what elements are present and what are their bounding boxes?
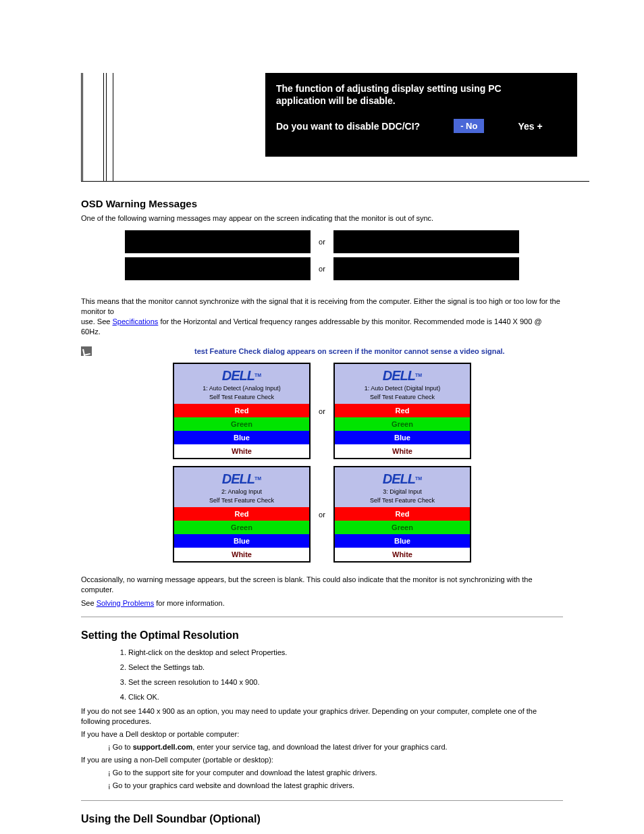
- or-separator: or: [316, 265, 328, 273]
- selftest-card: DELLTM 3: Digital Input Self Test Featur…: [333, 466, 471, 563]
- ddc-prompt-text: Do you want to disable DDC/CI?: [276, 121, 420, 132]
- sync-paragraph: This means that the monitor cannot synch…: [81, 296, 563, 317]
- selftest-grid: DELLTM 1: Auto Detect (Analog Input) Sel…: [0, 363, 644, 563]
- osd-warning-intro: One of the following warning messages ma…: [81, 213, 563, 224]
- band-red: Red: [335, 404, 470, 417]
- selftest-card-header: DELLTM 2: Analog Input Self Test Feature…: [174, 467, 309, 507]
- band-green: Green: [174, 417, 309, 431]
- non-dell-step2: ¡ Go to your graphics card website and d…: [108, 781, 563, 791]
- specifications-link[interactable]: Specifications: [112, 317, 158, 325]
- or-separator: or: [316, 238, 328, 246]
- selftest-sub2: Self Test Feature Check: [177, 497, 306, 504]
- warning-box: [333, 257, 519, 280]
- para3-suffix: , enter your service tag, and download t…: [192, 743, 447, 751]
- ddc-no-button[interactable]: - No: [454, 119, 484, 133]
- band-red: Red: [174, 507, 309, 521]
- see-prefix: See: [81, 599, 97, 607]
- resolution-steps: Right-click on the desktop and select Pr…: [101, 646, 549, 704]
- dell-tm: TM: [415, 476, 422, 481]
- optimal-resolution-heading: Setting the Optimal Resolution: [81, 629, 563, 642]
- soundbar-heading: Using the Dell Soundbar (Optional): [81, 813, 563, 825]
- warning-box: [125, 230, 311, 253]
- see-suffix: for more information.: [154, 599, 225, 607]
- section-divider: [81, 617, 563, 617]
- osd-warning-heading: OSD Warning Messages: [81, 198, 563, 209]
- band-white: White: [174, 548, 309, 561]
- band-red: Red: [335, 507, 470, 521]
- step-item: Select the Settings tab.: [128, 660, 549, 674]
- see-link-row: See Solving Problems for more informatio…: [81, 599, 563, 607]
- driver-update-para: If you do not see 1440 x 900 as an optio…: [81, 706, 563, 727]
- selftest-sub1: 3: Digital Input: [338, 488, 467, 496]
- support-dell-bold: support.dell.com: [133, 743, 193, 751]
- band-red: Red: [174, 404, 309, 417]
- band-blue: Blue: [335, 534, 470, 548]
- band-green: Green: [335, 417, 470, 431]
- warning-box: [333, 230, 519, 253]
- selftest-sub1: 2: Analog Input: [177, 488, 306, 496]
- band-white: White: [335, 548, 470, 561]
- sync-para2-prefix: use. See: [81, 317, 112, 325]
- selftest-sub2: Self Test Feature Check: [338, 394, 467, 401]
- selftest-sub1: 1: Auto Detect (Analog Input): [177, 385, 306, 392]
- sync-paragraph-2: use. See Specifications for the Horizont…: [81, 317, 563, 337]
- band-blue: Blue: [174, 431, 309, 444]
- selftest-sub2: Self Test Feature Check: [177, 394, 306, 401]
- solving-problems-link[interactable]: Solving Problems: [97, 599, 155, 607]
- ddc-line2-text: application will be disable.: [276, 95, 396, 106]
- selftest-sub1: 1: Auto Detect (Digital Input): [338, 385, 467, 392]
- table-fragment: The function of adjusting display settin…: [81, 73, 589, 182]
- non-dell-para: If you are using a non-Dell computer (po…: [81, 755, 563, 765]
- dell-tm: TM: [415, 373, 422, 377]
- band-green: Green: [335, 521, 470, 534]
- dell-logo: DELL: [222, 471, 254, 487]
- blank-screen-paragraph: Occasionally, no warning message appears…: [81, 575, 563, 595]
- dell-logo: DELL: [222, 368, 254, 384]
- selftest-card: DELLTM 1: Auto Detect (Analog Input) Sel…: [173, 363, 311, 459]
- selftest-card-header: DELLTM 1: Auto Detect (Digital Input) Se…: [335, 364, 470, 404]
- ddc-line1-text: The function of adjusting display settin…: [276, 83, 502, 94]
- step-item: Right-click on the desktop and select Pr…: [128, 646, 549, 659]
- selftest-card-header: DELLTM 3: Digital Input Self Test Featur…: [335, 467, 470, 507]
- band-blue: Blue: [174, 534, 309, 548]
- band-green: Green: [174, 521, 309, 534]
- note-text: test Feature Check dialog appears on scr…: [100, 346, 505, 356]
- selftest-card: DELLTM 1: Auto Detect (Digital Input) Se…: [333, 363, 471, 459]
- band-white: White: [174, 444, 309, 458]
- or-separator: or: [316, 407, 328, 415]
- ddc-message-line: The function of adjusting display settin…: [276, 82, 566, 107]
- sync-para-text1: This means that the monitor cannot synch…: [81, 297, 560, 315]
- selftest-row: DELLTM 1: Auto Detect (Analog Input) Sel…: [173, 363, 471, 459]
- band-white: White: [335, 444, 470, 458]
- warning-box-row: or: [0, 257, 644, 280]
- selftest-sub2: Self Test Feature Check: [338, 497, 467, 504]
- para3-prefix: Go to: [113, 743, 133, 751]
- note-rest: test Feature Check dialog appears on scr…: [194, 347, 505, 355]
- support-dell-para: ¡ Go to support.dell.com, enter your ser…: [108, 742, 563, 752]
- warning-box-row: or: [0, 230, 644, 253]
- dell-computer-para: If you have a Dell desktop or portable c…: [81, 729, 563, 739]
- section-divider: [81, 800, 563, 801]
- selftest-card-header: DELLTM 1: Auto Detect (Analog Input) Sel…: [174, 364, 309, 404]
- or-separator: or: [316, 511, 328, 519]
- note-icon: [81, 346, 92, 356]
- ddc-yes-button[interactable]: Yes +: [518, 121, 542, 132]
- dell-tm: TM: [254, 373, 261, 377]
- band-blue: Blue: [335, 431, 470, 444]
- warning-box: [125, 257, 311, 280]
- step-item: Click OK.: [128, 690, 549, 704]
- non-dell-step1-text: Go to the support site for your computer…: [113, 768, 377, 777]
- dell-tm: TM: [254, 476, 261, 481]
- ddc-ci-dialog: The function of adjusting display settin…: [265, 73, 577, 157]
- dell-logo: DELL: [383, 368, 415, 384]
- selftest-card: DELLTM 2: Analog Input Self Test Feature…: [173, 466, 311, 563]
- step-item: Set the screen resolution to 1440 x 900.: [128, 675, 549, 689]
- dell-logo: DELL: [383, 471, 415, 487]
- selftest-row: DELLTM 2: Analog Input Self Test Feature…: [173, 466, 471, 563]
- non-dell-step2-text: Go to your graphics card website and dow…: [113, 781, 354, 789]
- non-dell-step1: ¡ Go to the support site for your comput…: [108, 768, 563, 778]
- ddc-prompt-row: Do you want to disable DDC/CI? - No Yes …: [276, 119, 566, 133]
